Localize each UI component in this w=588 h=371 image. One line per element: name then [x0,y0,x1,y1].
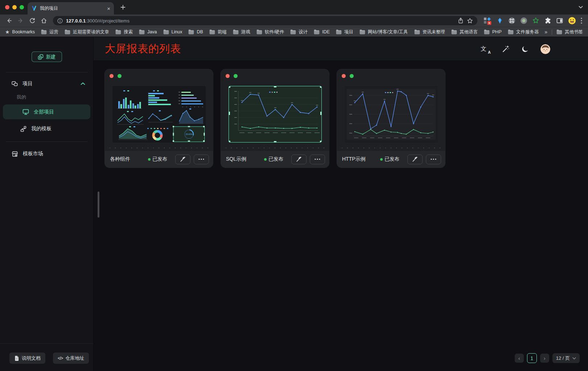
next-page-button[interactable]: › [540,354,549,363]
edit-button[interactable] [175,154,190,164]
bookmark-folder[interactable]: 近期需要读的文章 [65,29,109,35]
more-button[interactable] [310,154,325,164]
edit-button[interactable] [407,154,423,164]
chevron-up-icon[interactable] [81,82,85,85]
dashed-separator [226,148,324,148]
user-avatar[interactable] [540,44,550,54]
close-window-button[interactable] [5,5,9,9]
sidebar-item-my-templates[interactable]: 我的模板 [0,121,93,136]
new-tab-button[interactable] [119,3,127,11]
minimize-window-button[interactable] [12,5,17,9]
card-title: HTTP示例 [342,156,366,162]
current-page-button[interactable]: 1 [527,353,537,363]
magic-wand-icon[interactable] [502,45,510,53]
card-title: 各种组件 [110,156,130,162]
url-host: 127.0.0.1 [66,18,86,24]
extension-badge: 9 [489,21,490,25]
ellipsis-icon [314,158,321,160]
extension-command-icon[interactable] [508,17,515,24]
sidebar-item-all-projects[interactable]: 全部项目 [3,104,90,119]
sidebar: 新建 项目 我的 全部项目 [0,37,94,371]
page-size-select[interactable]: 12 / 页 [552,353,580,363]
close-tab-icon[interactable]: × [107,6,110,11]
divider [6,141,87,142]
bookmark-folder[interactable]: PHP [484,29,502,34]
more-button[interactable] [194,154,209,164]
language-icon[interactable]: 文A [481,45,490,53]
forward-button[interactable] [16,16,25,25]
create-new-button[interactable]: 新建 [32,51,62,62]
header-actions: 文A [481,37,550,61]
browser-profile-avatar[interactable] [568,17,576,25]
extension-grid-icon[interactable]: 9 [483,17,492,25]
sidebar-item-template-market[interactable]: 模板市场 [0,146,93,161]
prev-page-button[interactable]: ‹ [515,354,524,363]
card-footer: SQL示例 已发布 [221,151,329,168]
dark-mode-moon-icon[interactable] [521,45,529,53]
repo-button[interactable]: </> 仓库地址 [53,353,89,364]
project-card[interactable]: HTTP示例 已发布 [337,69,445,168]
bookmark-folder[interactable]: 网站/博客/文章/工具 [359,29,408,35]
extension-circle-icon[interactable] [520,17,527,24]
bookmark-folder[interactable]: 搜索 [115,29,133,35]
bookmarks-manager-item[interactable]: ★Bookmarks [5,29,35,35]
divider [552,29,552,35]
hammer-icon [179,156,186,163]
project-card[interactable]: SQL示例 已发布 [221,69,329,168]
bookmark-folder[interactable]: 资讯未整理 [414,29,445,35]
share-icon[interactable] [458,17,464,24]
dashed-separator [342,148,440,148]
home-button[interactable] [39,16,49,25]
site-info-icon[interactable] [57,18,63,24]
bookmark-folder[interactable]: DB [188,29,203,34]
ellipsis-icon [430,158,437,160]
bookmark-folder[interactable]: 前端 [209,29,227,35]
sidebar-section-project[interactable]: 项目 [0,76,93,91]
site-favicon [31,5,37,11]
edit-button[interactable] [291,154,307,164]
card-footer: HTTP示例 已发布 [337,151,445,168]
scrollbar-thumb[interactable] [98,191,99,218]
gauge-value: 25.00% [185,133,192,135]
bookmark-folder[interactable]: 项目 [336,29,353,35]
bookmark-folder[interactable]: IDE [314,29,330,34]
status-badge: 已发布 [380,156,400,162]
url-text: 127.0.0.1:3000/#/project/items [66,18,129,24]
extensions-puzzle-icon[interactable] [544,17,551,24]
extension-star-icon[interactable] [532,17,539,24]
main-content: 大屏报表的列表 文A [94,37,588,371]
bookmark-folder[interactable]: Linux [163,29,182,34]
zoom-window-button[interactable] [20,5,24,9]
bookmark-folder[interactable]: 运营 [41,29,58,35]
extension-gem-icon[interactable] [496,17,503,24]
bookmark-folder[interactable]: 设计 [290,29,308,35]
tab-search-chevron-icon[interactable] [579,6,583,9]
project-card[interactable]: 25.00% 各种组件 已发布 [104,69,213,168]
hammer-icon [411,156,419,163]
document-icon [14,355,19,361]
url-path: :3000/#/project/items [86,18,129,24]
bookmark-star-icon[interactable] [467,18,473,24]
browser-menu-icon[interactable] [581,17,582,24]
bookmarks-bar: ★Bookmarks 运营 近期需要读的文章 搜索 Java Linux DB … [0,27,588,37]
back-button[interactable] [4,16,14,25]
more-button[interactable] [426,154,441,164]
bookmark-folder[interactable]: Java [139,29,157,34]
bookmarks-overflow-button[interactable]: » [544,29,547,35]
side-panel-icon[interactable] [556,17,563,24]
bookmark-folder[interactable]: 软件/硬件 [256,29,284,35]
monitor-icon [22,109,29,115]
bookmark-folder[interactable]: 游戏 [233,29,250,35]
browser-tab[interactable]: 我的项目 × [28,2,114,15]
docs-button[interactable]: 说明文档 [9,353,45,364]
card-red-dot [110,74,114,78]
other-bookmarks-button[interactable]: 其他书签 [556,29,583,35]
star-icon: ★ [5,29,10,35]
divider [6,72,87,73]
window-controls[interactable] [5,5,24,9]
address-bar[interactable]: 127.0.0.1:3000/#/project/items [53,16,477,25]
card-green-dot [118,74,122,78]
reload-button[interactable] [28,16,37,25]
bookmark-folder[interactable]: 其他语言 [451,29,478,35]
bookmark-folder[interactable]: 文件服务器 [508,29,539,35]
